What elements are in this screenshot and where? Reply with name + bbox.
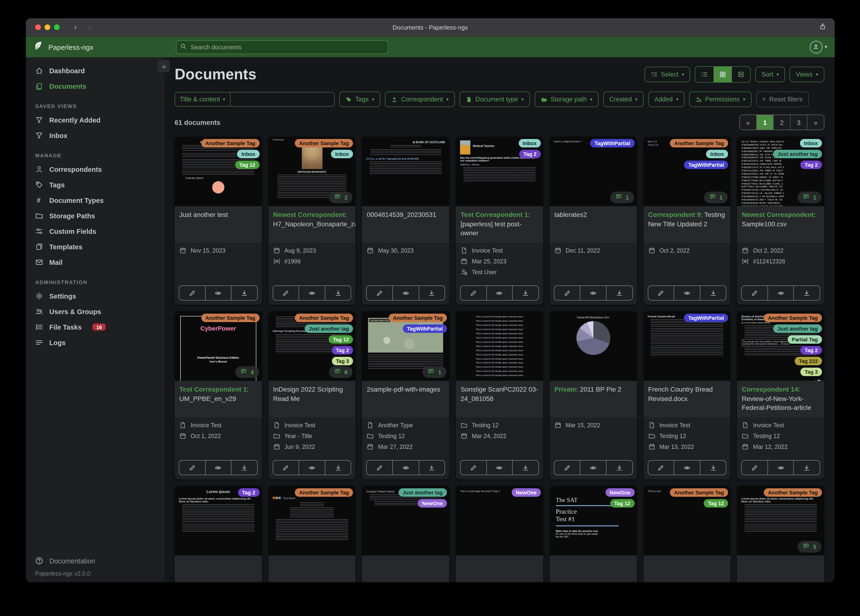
tag-pill[interactable]: Just another tag [774,150,822,158]
document-thumbnail[interactable]: Test NameAnother Sample Tag [268,486,355,555]
sidebar-item-correspondents[interactable]: Correspondents [26,162,164,177]
tag-pill[interactable]: Tag 2 [800,346,822,355]
download-button[interactable] [513,460,538,475]
document-card[interactable]: French Country BreadTagWithPartialFrench… [643,311,730,479]
search-input[interactable] [190,43,384,51]
document-card[interactable]: Francja podNAPOLEON BONAPARTEAnother Sam… [268,137,355,305]
document-title[interactable]: Newest Correspondent: H7_Napoleon_Bonapa… [268,206,355,243]
tag-pill[interactable]: Another Sample Tag [201,314,259,322]
document-card[interactable]: Patient BP Distribution 2011Private: 201… [550,311,637,479]
document-title[interactable]: Correspondent 9: Testing New Title Updat… [643,206,730,243]
document-title[interactable]: Private: 2011 BP Pie 2 [550,381,637,417]
document-card[interactable]: Serial Number,Company Name,Employ 978818… [737,137,824,305]
tag-pill[interactable]: Another Sample Tag [670,488,728,497]
document-card[interactable]: Country,Region/State,"TagWithPartial1tab… [550,137,637,305]
preview-button[interactable] [393,460,419,475]
document-title[interactable] [175,555,262,582]
edit-button[interactable] [273,460,299,475]
document-card[interactable]: This is a multi page document. Page 1.Ne… [456,486,543,582]
document-thumbnail[interactable]: InDesign Scripting DocumentationAnother … [268,311,355,381]
filter-created-button[interactable]: Created▾ [603,91,643,107]
filter-correspondent-button[interactable]: Correspondent▾ [385,91,455,107]
document-thumbnail[interactable]: The SATPracticeTest #1Make time to take … [550,486,637,555]
tag-pill[interactable]: Inbox [706,150,728,158]
tag-pill[interactable]: Inbox [331,150,353,158]
reset-filters-button[interactable]: × Reset filters [756,91,808,107]
download-button[interactable] [794,460,820,475]
filter-permissions-button[interactable]: Permissions▾ [689,91,751,107]
edit-button[interactable] [742,460,768,475]
tag-pill[interactable]: Another Sample Tag [670,139,728,148]
document-title[interactable]: Sonstige ScanPC2022 03-24_081058 [456,381,543,417]
edit-button[interactable] [554,286,581,300]
tag-pill[interactable]: Just another tag [398,488,447,497]
title-content-dropdown[interactable]: Title & content ▾ [175,92,231,107]
preview-button[interactable] [581,286,606,300]
preview-button[interactable] [768,286,794,300]
document-card[interactable]: This is a test for the double space char… [456,311,543,479]
tag-pill[interactable]: Another Sample Tag [389,314,447,322]
document-title[interactable] [362,555,449,582]
tag-pill[interactable]: Partial Tag [788,335,822,344]
tag-pill[interactable]: NewOne [418,499,447,508]
grid-view-button[interactable] [714,67,732,82]
preview-button[interactable] [486,460,513,475]
download-button[interactable] [794,286,820,300]
user-menu[interactable]: ▾ [810,41,827,53]
sidebar-item-file-tasks[interactable]: File Tasks16 [26,319,164,335]
download-button[interactable] [325,460,351,475]
page-button-1[interactable]: 1 [757,115,774,130]
document-card[interactable]: Medical TeacherHas the new Kirkpatrick g… [456,137,543,305]
page-button-»[interactable]: » [807,115,824,130]
correspondent-link[interactable]: Newest Correspondent [742,211,814,218]
document-thumbnail[interactable]: Boundary Waters TripAnother Sample TagTa… [362,311,449,381]
preview-button[interactable] [206,286,231,300]
filter-added-button[interactable]: Added▾ [648,91,684,107]
preview-button[interactable] [206,460,231,475]
sidebar-item-dashboard[interactable]: Dashboard [26,63,164,79]
tag-pill[interactable]: TagWithPartial [684,314,728,322]
document-title[interactable] [268,555,355,582]
document-thumbnail[interactable]: Serial Number,Company Name,Employ 978818… [737,137,824,206]
document-card[interactable]: Boundary Waters TripAnother Sample TagTa… [362,311,449,479]
select-button[interactable]: Select ▾ [645,67,690,82]
document-title[interactable]: 2sample-pdf-with-images [362,381,449,417]
preview-button[interactable] [674,286,700,300]
document-card[interactable]: Contact Sheet DemoJust another tagNewOne [362,486,449,582]
document-title[interactable] [643,555,730,582]
document-thumbnail[interactable]: Country,Region/State,"TagWithPartial1 [550,137,637,206]
preview-button[interactable] [393,286,419,300]
download-button[interactable] [419,460,444,475]
edit-button[interactable] [367,286,393,300]
edit-button[interactable] [179,286,206,300]
preview-button[interactable] [486,286,513,300]
sidebar-item-inbox[interactable]: Inbox [26,128,164,143]
sort-button[interactable]: Sort ▾ [756,67,785,82]
document-thumbnail[interactable]: Contact Sheet DemoJust another tagNewOne [362,486,449,555]
document-thumbnail[interactable]: Medical TeacherHas the new Kirkpatrick g… [456,137,543,206]
tag-pill[interactable]: Tag 3 [332,357,353,365]
tag-pill[interactable]: Tag 2 [519,150,541,158]
filter-tags-button[interactable]: Tags▾ [339,91,380,107]
edit-button[interactable] [648,460,674,475]
sidebar-item-storage-paths[interactable]: Storage Paths [26,208,164,223]
tag-pill[interactable]: TagWithPartial [684,160,728,169]
tag-pill[interactable]: Just another tag [774,324,822,333]
document-title[interactable]: Correspondent 14: Review-of-New-York-Fed… [737,381,824,417]
document-card[interactable]: The SATPracticeTest #1Make time to take … [550,486,637,582]
document-thumbnail[interactable]: This is a multi page document. Page 1.Ne… [456,486,543,555]
tag-pill[interactable]: Just another tag [304,324,353,333]
document-thumbnail[interactable]: Lorem ipsumLorem ipsum dolor sit amet, c… [737,486,824,555]
document-title[interactable]: Just another test [175,206,262,243]
tag-pill[interactable]: Tag 2 [332,346,353,355]
sidebar-item-templates[interactable]: Templates [26,239,164,255]
tag-pill[interactable]: Inbox [800,139,822,148]
share-icon[interactable] [819,23,826,32]
preview-button[interactable] [299,286,325,300]
sidebar-item-recently-added[interactable]: Recently Added [26,112,164,128]
tag-pill[interactable]: Tag 3 [800,368,822,376]
document-title[interactable]: French Country Bread Revised.docx [643,381,730,417]
correspondent-link[interactable]: Correspondent 14 [742,385,798,393]
document-card[interactable]: one,1.0 five,5.0Another Sample TagInboxT… [643,137,730,305]
sidebar-item-document-types[interactable]: #Document Types [26,193,164,208]
